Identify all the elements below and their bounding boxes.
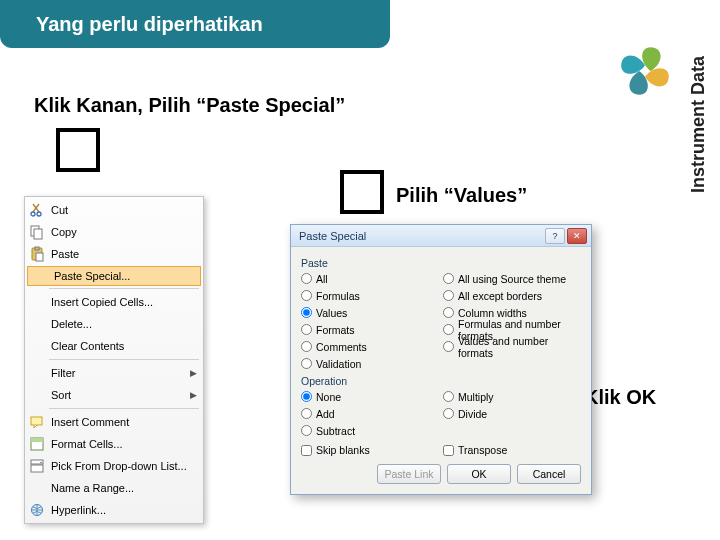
radio-values-and-number-formats[interactable]: Values and number formats <box>443 339 581 354</box>
radio-label: Validation <box>316 358 361 370</box>
group-paste-label: Paste <box>301 257 581 269</box>
radio-input[interactable] <box>301 273 312 284</box>
radio-label: Formulas <box>316 290 360 302</box>
instruction-2: Pilih “Values” <box>396 184 527 207</box>
radio-all-except-borders[interactable]: All except borders <box>443 288 581 303</box>
radio-label: Subtract <box>316 425 355 437</box>
radio-input[interactable] <box>443 290 454 301</box>
menu-pick-from-list[interactable]: Pick From Drop-down List... <box>25 455 203 477</box>
context-menu: Cut Copy Paste Paste Special... Insert C… <box>24 196 204 524</box>
menu-delete[interactable]: Delete... <box>25 313 203 335</box>
svg-point-1 <box>37 212 41 216</box>
hyperlink-icon <box>29 502 45 518</box>
menu-name-range[interactable]: Name a Range... <box>25 477 203 499</box>
radio-input[interactable] <box>301 391 312 402</box>
menu-label: Copy <box>51 226 77 238</box>
menu-label: Format Cells... <box>51 438 123 450</box>
cut-icon <box>29 202 45 218</box>
radio-label: Values and number formats <box>458 335 581 359</box>
radio-add[interactable]: Add <box>301 406 439 421</box>
radio-input[interactable] <box>443 307 454 318</box>
radio-input[interactable] <box>301 358 312 369</box>
menu-insert-copied[interactable]: Insert Copied Cells... <box>25 291 203 313</box>
radio-all[interactable]: All <box>301 271 439 286</box>
menu-paste-special[interactable]: Paste Special... <box>27 266 201 286</box>
transpose-input[interactable] <box>443 445 454 456</box>
menu-label: Cut <box>51 204 68 216</box>
radio-formulas[interactable]: Formulas <box>301 288 439 303</box>
radio-input[interactable] <box>443 273 454 284</box>
menu-separator <box>49 408 199 409</box>
transpose-checkbox[interactable]: Transpose <box>443 444 581 456</box>
radio-label: Multiply <box>458 391 494 403</box>
radio-label: Divide <box>458 408 487 420</box>
menu-label: Name a Range... <box>51 482 134 494</box>
menu-paste[interactable]: Paste <box>25 243 203 265</box>
radio-subtract[interactable]: Subtract <box>301 423 439 438</box>
radio-label: Add <box>316 408 335 420</box>
radio-input[interactable] <box>301 290 312 301</box>
ok-button[interactable]: OK <box>447 464 511 484</box>
menu-insert-comment[interactable]: Insert Comment <box>25 411 203 433</box>
menu-label: Insert Copied Cells... <box>51 296 153 308</box>
radio-divide[interactable]: Divide <box>443 406 581 421</box>
menu-copy[interactable]: Copy <box>25 221 203 243</box>
radio-input[interactable] <box>301 341 312 352</box>
menu-separator <box>49 359 199 360</box>
menu-cut[interactable]: Cut <box>25 199 203 221</box>
dialog-help-button[interactable]: ? <box>545 228 565 244</box>
svg-rect-5 <box>35 247 39 250</box>
skip-blanks-checkbox[interactable]: Skip blanks <box>301 444 439 456</box>
radio-label: None <box>316 391 341 403</box>
radio-input[interactable] <box>443 341 454 352</box>
menu-label: Sort <box>51 389 71 401</box>
menu-label: Delete... <box>51 318 92 330</box>
blank-icon <box>29 316 45 332</box>
operation-options: NoneAddSubtract MultiplyDivide <box>301 389 581 438</box>
radio-multiply[interactable]: Multiply <box>443 389 581 404</box>
chevron-right-icon: ▶ <box>190 390 197 400</box>
instruction-3: Klik OK <box>584 386 656 409</box>
svg-rect-3 <box>34 229 42 239</box>
radio-input[interactable] <box>301 324 312 335</box>
paste-special-icon <box>32 268 48 284</box>
menu-clear-contents[interactable]: Clear Contents <box>25 335 203 357</box>
menu-filter[interactable]: Filter ▶ <box>25 362 203 384</box>
menu-sort[interactable]: Sort ▶ <box>25 384 203 406</box>
dialog-titlebar: Paste Special ? ✕ <box>291 225 591 247</box>
skip-blanks-input[interactable] <box>301 445 312 456</box>
radio-input[interactable] <box>443 324 454 335</box>
radio-comments[interactable]: Comments <box>301 339 439 354</box>
paste-link-button: Paste Link <box>377 464 441 484</box>
menu-hyperlink[interactable]: Hyperlink... <box>25 499 203 521</box>
radio-none[interactable]: None <box>301 389 439 404</box>
dialog-close-button[interactable]: ✕ <box>567 228 587 244</box>
radio-values[interactable]: Values <box>301 305 439 320</box>
radio-label: Comments <box>316 341 367 353</box>
radio-input[interactable] <box>301 425 312 436</box>
menu-label: Insert Comment <box>51 416 129 428</box>
copy-icon <box>29 224 45 240</box>
radio-formats[interactable]: Formats <box>301 322 439 337</box>
menu-label: Filter <box>51 367 75 379</box>
svg-rect-11 <box>31 465 43 472</box>
radio-label: All using Source theme <box>458 273 566 285</box>
radio-input[interactable] <box>443 391 454 402</box>
cancel-button[interactable]: Cancel <box>517 464 581 484</box>
radio-input[interactable] <box>301 408 312 419</box>
chevron-right-icon: ▶ <box>190 368 197 378</box>
menu-format-cells[interactable]: Format Cells... <box>25 433 203 455</box>
callout-box-2 <box>340 170 384 214</box>
svg-point-0 <box>31 212 35 216</box>
radio-all-using-source-theme[interactable]: All using Source theme <box>443 271 581 286</box>
radio-label: All <box>316 273 328 285</box>
radio-input[interactable] <box>443 408 454 419</box>
brand-logo <box>610 36 680 106</box>
radio-input[interactable] <box>301 307 312 318</box>
svg-rect-9 <box>31 438 43 442</box>
menu-label: Pick From Drop-down List... <box>51 460 187 472</box>
menu-separator <box>49 288 199 289</box>
blank-icon <box>29 294 45 310</box>
side-label: Instrument Data <box>688 14 714 234</box>
radio-validation[interactable]: Validation <box>301 356 439 371</box>
